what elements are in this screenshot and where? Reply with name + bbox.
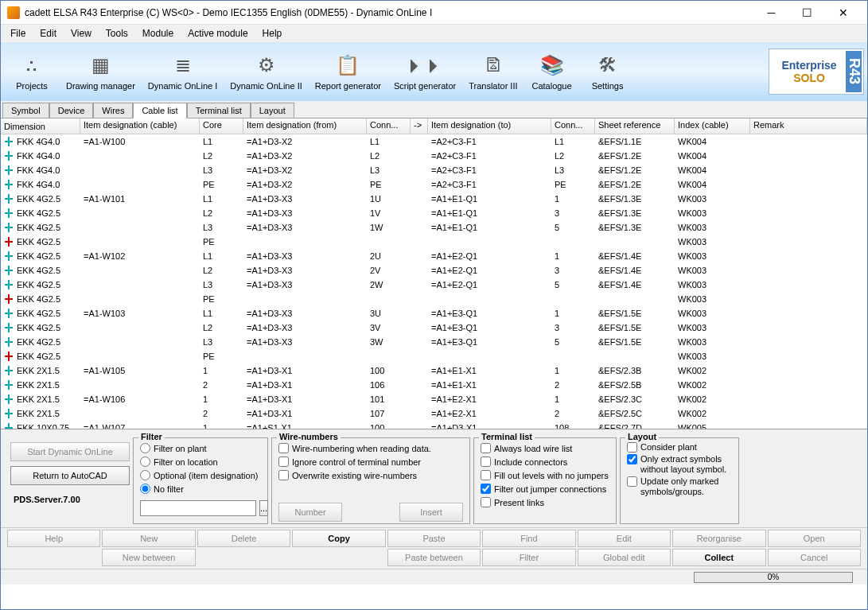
column-header[interactable]: -> (411, 119, 428, 134)
row-icon (4, 223, 15, 232)
layout-option[interactable]: Only extract symbols without layout symb… (627, 453, 732, 476)
close-button[interactable]: ✕ (825, 2, 861, 24)
column-header[interactable]: Conn... (551, 119, 595, 134)
menu-tools[interactable]: Tools (99, 26, 134, 41)
table-row[interactable]: EKK 4G2.5=A1-W102L1=A1+D3-X32U=A1+E2-Q11… (1, 249, 867, 263)
table-row[interactable]: EKK 4G2.5L3=A1+D3-X32W=A1+E2-Q15&EFS/1.4… (1, 278, 867, 292)
table-row[interactable]: EKK 4G2.5PEWK003 (1, 349, 867, 363)
action-new-between[interactable]: New between (102, 549, 195, 566)
start-dynamic-online-button[interactable]: Start Dynamic OnLine (10, 442, 130, 461)
layout-option[interactable]: Consider plant (627, 441, 732, 453)
action-filter[interactable]: Filter (482, 549, 575, 566)
table-row[interactable]: EKK 2X1.5=A1-W1061=A1+D3-X1101=A1+E2-X11… (1, 392, 867, 406)
column-header[interactable]: Item designation (from) (243, 119, 367, 134)
column-header[interactable]: Conn... (367, 119, 411, 134)
column-header[interactable]: Index (cable) (675, 119, 750, 134)
menu-help[interactable]: Help (256, 26, 289, 41)
table-row[interactable]: EKK 4G2.5=A1-W103L1=A1+D3-X33U=A1+E3-Q11… (1, 306, 867, 321)
table-row[interactable]: EKK 2X1.5=A1-W1051=A1+D3-X1100=A1+E1-X11… (1, 363, 867, 378)
action-find[interactable]: Find (482, 530, 575, 547)
grid-body[interactable]: FKK 4G4.0=A1-W100L1=A1+D3-X2L1=A2+C3-F1L… (1, 134, 867, 429)
table-row[interactable]: FKK 4G4.0PE=A1+D3-X2PE=A2+C3-F1PE&EFS/1.… (1, 177, 867, 192)
column-header[interactable]: Dimension (1, 119, 80, 134)
menu-edit[interactable]: Edit (33, 26, 63, 41)
table-row[interactable]: EKK 4G2.5PEWK003 (1, 292, 867, 306)
filter-input[interactable] (140, 500, 256, 516)
action-collect[interactable]: Collect (672, 549, 765, 566)
table-row[interactable]: EKK 4G2.5L2=A1+D3-X31V=A1+E1-Q13&EFS/1.3… (1, 206, 867, 220)
menu-active-module[interactable]: Active module (181, 26, 254, 41)
toolbar-settings[interactable]: 🛠Settings (580, 45, 636, 99)
return-to-autocad-button[interactable]: Return to AutoCAD (10, 466, 130, 485)
table-row[interactable]: EKK 4G2.5=A1-W101L1=A1+D3-X31U=A1+E1-Q11… (1, 192, 867, 206)
action-global-edit[interactable]: Global edit (578, 549, 671, 566)
toolbar-report-generator[interactable]: 📋Report generator (309, 45, 387, 99)
action-paste-between[interactable]: Paste between (387, 549, 481, 566)
filter-option[interactable]: No filter (140, 482, 261, 495)
wire-option[interactable]: Overwrite existing wire-numbers (278, 468, 463, 482)
table-row[interactable]: FKK 4G4.0=A1-W100L1=A1+D3-X2L1=A2+C3-F1L… (1, 134, 867, 149)
table-row[interactable]: EKK 2X1.52=A1+D3-X1106=A1+E1-X12&EFS/2.5… (1, 378, 867, 392)
action-paste[interactable]: Paste (387, 530, 481, 547)
table-row[interactable]: FKK 4G4.0L3=A1+D3-X2L3=A2+C3-F1L3&EFS/1.… (1, 163, 867, 177)
wire-option[interactable]: Wire-numbering when reading data. (278, 441, 463, 455)
wire-option[interactable]: Ignore control of terminal number (278, 455, 463, 468)
table-row[interactable]: EKK 4G2.5L3=A1+D3-X31W=A1+E1-Q15&EFS/1.3… (1, 220, 867, 235)
toolbar-dynamic-online-ii[interactable]: ⚙Dynamic OnLine II (224, 45, 308, 99)
table-row[interactable]: EKK 4G2.5L2=A1+D3-X33V=A1+E3-Q13&EFS/1.5… (1, 321, 867, 335)
column-header[interactable]: Core (200, 119, 243, 134)
action-open[interactable]: Open (768, 530, 861, 547)
filter-option[interactable]: Filter on plant (140, 441, 261, 455)
action-cancel[interactable]: Cancel (768, 549, 861, 566)
row-icon (4, 165, 15, 175)
filter-browse-button[interactable]: ... (259, 500, 268, 516)
translator-iii-icon: 🖺 (481, 52, 506, 78)
table-row[interactable]: EKK 10X0.75=A1-W1071=A1+S1-X1100=A1+D3-X… (1, 421, 867, 429)
column-header[interactable]: Sheet reference (595, 119, 675, 134)
menu-file[interactable]: File (4, 26, 32, 41)
toolbar-dynamic-online-i[interactable]: ≣Dynamic OnLine I (142, 45, 224, 99)
toolbar-projects[interactable]: ⛬Projects (4, 45, 60, 99)
menu-view[interactable]: View (64, 26, 98, 41)
table-row[interactable]: FKK 4G4.0L2=A1+D3-X2L2=A2+C3-F1L2&EFS/1.… (1, 149, 867, 163)
table-row[interactable]: EKK 4G2.5L2=A1+D3-X32V=A1+E2-Q13&EFS/1.4… (1, 263, 867, 278)
toolbar-script-generator[interactable]: ⏵⏵Script generator (387, 45, 462, 99)
action-copy[interactable]: Copy (292, 530, 385, 547)
table-row[interactable]: EKK 4G2.5L3=A1+D3-X33W=A1+E3-Q15&EFS/1.5… (1, 335, 867, 349)
action-reorganise[interactable]: Reorganise (672, 530, 765, 547)
column-header[interactable]: Item designation (to) (428, 119, 551, 134)
tab-cable-list[interactable]: Cable list (133, 103, 186, 119)
menu-module[interactable]: Module (136, 26, 180, 41)
terminal-list-group: Terminal list Always load wire listInclu… (473, 437, 617, 524)
filter-option[interactable]: Optional (item designation) (140, 468, 261, 482)
maximize-button[interactable]: ☐ (789, 2, 825, 24)
terminal-title: Terminal list (479, 432, 535, 441)
tab-wires[interactable]: Wires (93, 103, 133, 118)
terminal-option[interactable]: Filter out jumper connections (481, 482, 609, 495)
table-row[interactable]: EKK 2X1.52=A1+D3-X1107=A1+E2-X12&EFS/2.5… (1, 406, 867, 421)
column-header[interactable]: Remark (750, 119, 867, 134)
toolbar-translator-iii[interactable]: 🖺Translator III (462, 45, 524, 99)
action-new[interactable]: New (102, 530, 195, 547)
action-delete[interactable]: Delete (197, 530, 290, 547)
terminal-option[interactable]: Fill out levels with no jumpers (481, 468, 609, 482)
action-help[interactable]: Help (7, 530, 100, 547)
tab-symbol[interactable]: Symbol (2, 103, 49, 118)
toolbar-drawing-manager[interactable]: ▦Drawing manager (60, 45, 142, 99)
number-button[interactable]: Number (278, 503, 342, 522)
terminal-option[interactable]: Include connectors (481, 455, 609, 468)
insert-button[interactable]: Insert (399, 503, 463, 522)
layout-option[interactable]: Update only marked symbols/groups. (627, 476, 732, 498)
terminal-option[interactable]: Always load wire list (481, 441, 609, 455)
tab-device[interactable]: Device (49, 103, 94, 118)
filter-option[interactable]: Filter on location (140, 455, 261, 468)
tab-layout[interactable]: Layout (251, 103, 294, 118)
column-header[interactable]: Item designation (cable) (80, 119, 200, 134)
tab-terminal-list[interactable]: Terminal list (187, 103, 251, 118)
action-edit[interactable]: Edit (578, 530, 671, 547)
minimize-button[interactable]: ─ (753, 2, 789, 24)
table-row[interactable]: EKK 4G2.5PEWK003 (1, 235, 867, 249)
terminal-option[interactable]: Present links (481, 495, 609, 509)
toolbar-catalogue[interactable]: 📚Catalogue (524, 45, 580, 99)
row-icon (4, 251, 15, 261)
